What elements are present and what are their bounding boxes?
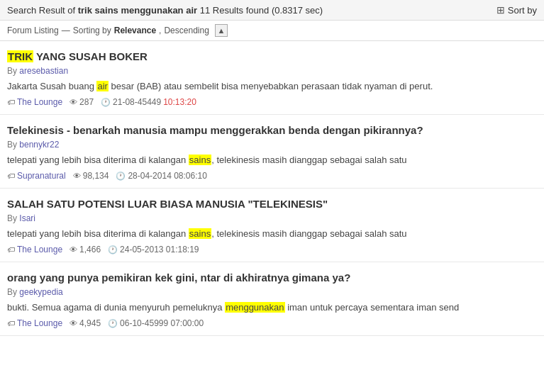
forum-link[interactable]: Supranatural — [17, 171, 66, 181]
highlight-air: air — [96, 81, 108, 91]
author-label: By — [7, 213, 19, 223]
meta-views: 4,945 — [70, 318, 101, 328]
meta-date: 06-10-45999 07:00:00 — [108, 318, 204, 328]
meta-views: 1,466 — [70, 245, 101, 254]
sort-icon: ⊞ — [496, 4, 505, 16]
tag-icon — [7, 97, 15, 107]
sort-order: Descending — [164, 26, 209, 35]
forum-link[interactable]: The Lounge — [17, 97, 62, 107]
result-title: Telekinesis - benarkah manusia mampu men… — [7, 123, 537, 138]
clock-icon — [116, 171, 126, 181]
tag-icon — [7, 318, 15, 328]
result-title-link[interactable]: TRIK YANG SUSAH BOKER — [7, 50, 148, 62]
view-count: 287 — [79, 97, 94, 107]
sort-toggle-button[interactable]: ▲ — [215, 24, 228, 37]
author-link[interactable]: Isari — [19, 213, 35, 223]
meta-forum: The Lounge — [7, 318, 62, 328]
forum-listing-dash: — — [62, 26, 70, 35]
highlight-trik: TRIK — [7, 50, 33, 62]
result-snippet: Jakarta Susah buang air besar (BAB) atau… — [7, 79, 537, 94]
eye-icon — [70, 97, 77, 107]
author-link[interactable]: aresebastian — [19, 66, 68, 76]
snippet-after: besar (BAB) atau sembelit bisa menyebabk… — [109, 81, 433, 91]
date-value: 06-10-45999 07:00:00 — [120, 318, 204, 328]
eye-icon — [70, 318, 77, 328]
forum-listing-prefix: Forum Listing — [7, 26, 59, 35]
snippet-after: iman untuk percaya sementara iman send — [285, 302, 460, 313]
sorting-by-label: Sorting by — [73, 26, 111, 35]
result-snippet: bukti. Semua agama di dunia menyuruh pem… — [7, 301, 537, 315]
tag-icon — [7, 245, 15, 254]
author-link[interactable]: geekypedia — [19, 287, 62, 297]
results-count: 11 Results found (0.8317 sec) — [200, 5, 323, 16]
result-author: By bennykr22 — [7, 140, 537, 150]
sort-key: Relevance — [114, 26, 156, 35]
result-title-rest: YANG SUSAH BOKER — [33, 50, 148, 62]
sort-by-label: Sort by — [508, 5, 537, 16]
result-author: By Isari — [7, 213, 537, 223]
result-author: By aresebastian — [7, 66, 537, 76]
meta-date: 24-05-2013 01:18:19 — [108, 245, 199, 254]
clock-icon — [108, 245, 118, 254]
result-author: By geekypedia — [7, 287, 537, 297]
snippet-after: , telekinesis masih dianggap sebagai sal… — [211, 228, 406, 239]
result-item: Telekinesis - benarkah manusia mampu men… — [0, 115, 544, 189]
author-label: By — [7, 287, 19, 297]
meta-views: 287 — [70, 97, 94, 107]
snippet-before: Jakarta Susah buang — [7, 81, 96, 91]
forum-link[interactable]: The Lounge — [17, 245, 62, 254]
result-snippet: telepati yang lebih bisa diterima di kal… — [7, 227, 537, 241]
meta-date: 28-04-2014 08:06:10 — [116, 171, 206, 181]
author-label: By — [7, 66, 19, 76]
clock-icon — [101, 97, 111, 107]
forum-listing-bar: Forum Listing — Sorting by Relevance, De… — [0, 21, 544, 41]
result-title-link[interactable]: SALAH SATU POTENSI LUAR BIASA MANUSIA "T… — [7, 198, 328, 210]
meta-forum: The Lounge — [7, 245, 62, 254]
search-result-info: Search Result of trik sains menggunakan … — [7, 5, 496, 16]
snippet-before: telepati yang lebih bisa diterima di kal… — [7, 228, 189, 239]
result-item: orang yang punya pemikiran kek gini, nta… — [0, 262, 544, 336]
eye-icon — [70, 245, 77, 254]
result-item: SALAH SATU POTENSI LUAR BIASA MANUSIA "T… — [0, 189, 544, 262]
forum-link[interactable]: The Lounge — [17, 318, 62, 328]
meta-date: 21-08-45449 10:13:20 — [101, 97, 196, 107]
author-label: By — [7, 140, 19, 150]
view-count: 1,466 — [79, 245, 101, 254]
snippet-after: , telekinesis masih dianggap sebagai sal… — [211, 155, 406, 165]
highlight-sains: sains — [189, 228, 211, 239]
result-title: SALAH SATU POTENSI LUAR BIASA MANUSIA "T… — [7, 197, 537, 211]
search-header: Search Result of trik sains menggunakan … — [0, 0, 544, 21]
search-term: trik sains menggunakan air — [78, 5, 197, 16]
date-value: 24-05-2013 01:18:19 — [120, 245, 199, 254]
search-result-label: Search Result of — [7, 5, 75, 16]
result-meta: Supranatural 98,134 28-04-2014 08:06:10 — [7, 171, 537, 181]
tag-icon — [7, 171, 15, 181]
date-value: 21-08-45449 — [113, 97, 161, 107]
view-count: 4,945 — [79, 318, 101, 328]
result-meta: The Lounge 287 21-08-45449 10:13:20 — [7, 97, 537, 107]
view-count: 98,134 — [83, 171, 109, 181]
result-meta: The Lounge 1,466 24-05-2013 01:18:19 — [7, 245, 537, 254]
result-title-link[interactable]: Telekinesis - benarkah manusia mampu men… — [7, 124, 423, 136]
date-value: 28-04-2014 08:06:10 — [128, 171, 206, 181]
author-link[interactable]: bennykr22 — [19, 140, 59, 150]
result-item: TRIK YANG SUSAH BOKER By aresebastian Ja… — [0, 41, 544, 115]
time-value: 10:13:20 — [163, 97, 196, 107]
result-meta: The Lounge 4,945 06-10-45999 07:00:00 — [7, 318, 537, 328]
snippet-before: telepati yang lebih bisa diterima di kal… — [7, 155, 189, 165]
result-title: TRIK YANG SUSAH BOKER — [7, 50, 537, 64]
meta-views: 98,134 — [73, 171, 109, 181]
sort-by-button[interactable]: ⊞ Sort by — [496, 4, 537, 16]
meta-forum: The Lounge — [7, 97, 62, 107]
highlight-sains: sains — [189, 155, 211, 165]
clock-icon — [108, 318, 118, 328]
result-title: orang yang punya pemikiran kek gini, nta… — [7, 271, 537, 285]
meta-forum: Supranatural — [7, 171, 66, 181]
result-title-link[interactable]: orang yang punya pemikiran kek gini, nta… — [7, 271, 350, 284]
highlight-menggunakan: menggunakan — [225, 302, 284, 313]
eye-icon — [73, 171, 81, 181]
result-snippet: telepati yang lebih bisa diterima di kal… — [7, 153, 537, 167]
snippet-before: bukti. Semua agama di dunia menyuruh pem… — [7, 302, 225, 313]
